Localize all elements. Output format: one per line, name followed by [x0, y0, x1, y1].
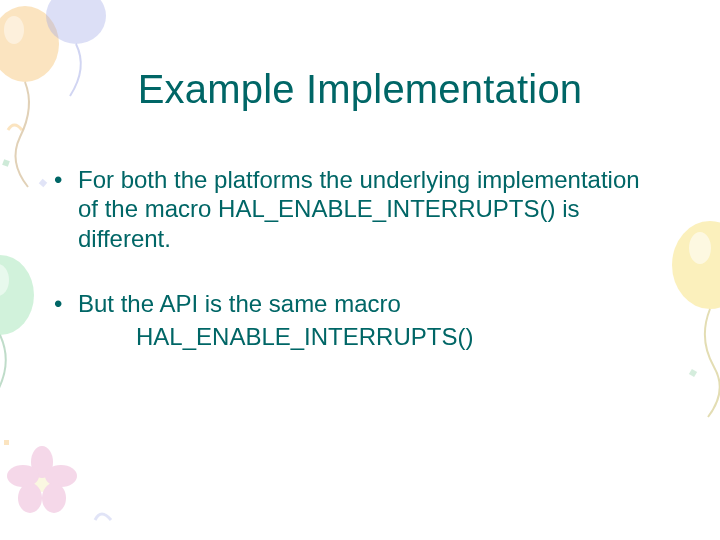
bullet-subtext: HAL_ENABLE_INTERRUPTS() — [78, 322, 665, 351]
svg-point-12 — [7, 465, 39, 487]
bullet-text: For both the platforms the underlying im… — [78, 166, 640, 252]
slide-body: For both the platforms the underlying im… — [50, 165, 665, 387]
svg-rect-4 — [39, 179, 47, 187]
bullet-list: For both the platforms the underlying im… — [50, 165, 665, 351]
slide: Example Implementation For both the plat… — [0, 0, 720, 540]
svg-point-8 — [31, 446, 53, 478]
slide-title: Example Implementation — [0, 67, 720, 112]
svg-rect-3 — [2, 159, 10, 167]
svg-point-11 — [18, 483, 42, 513]
svg-rect-13 — [4, 440, 9, 445]
svg-point-10 — [42, 483, 66, 513]
svg-point-6 — [0, 264, 9, 296]
bullet-item: But the API is the same macro HAL_ENABLE… — [50, 289, 665, 352]
svg-rect-16 — [689, 369, 697, 377]
svg-point-9 — [45, 465, 77, 487]
svg-point-14 — [672, 221, 720, 309]
svg-point-2 — [46, 0, 106, 44]
svg-point-15 — [689, 232, 711, 264]
svg-point-5 — [0, 255, 34, 335]
svg-point-7 — [32, 472, 52, 492]
bullet-item: For both the platforms the underlying im… — [50, 165, 665, 253]
svg-point-1 — [4, 16, 24, 44]
bullet-text: But the API is the same macro — [78, 290, 401, 317]
